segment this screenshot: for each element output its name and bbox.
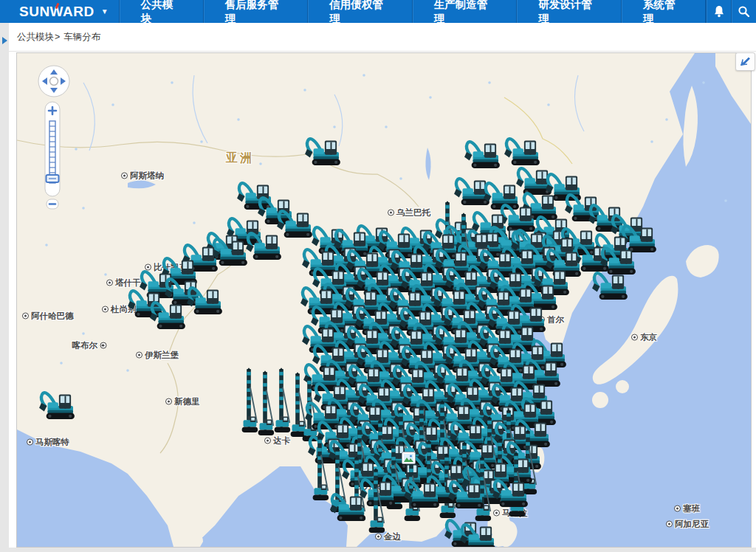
nav-menu: 公共模块售后服务管理信用债权管理生产制造管理研发设计管理系统管理 (119, 0, 706, 23)
nav-item[interactable]: 系统管理 (622, 0, 706, 23)
nav-item[interactable]: 公共模块 (120, 0, 204, 23)
excavator-marker[interactable] (237, 183, 272, 210)
excavator-marker[interactable] (305, 139, 340, 165)
excavator-marker[interactable] (300, 288, 336, 314)
nav-item[interactable]: 研发设计管理 (517, 0, 622, 23)
map-collapse-button[interactable] (735, 52, 755, 71)
photo-thumbnail-marker[interactable] (402, 452, 416, 464)
excavator-marker[interactable] (302, 249, 337, 276)
drill-rig-marker[interactable] (258, 370, 274, 435)
sunward-logo[interactable]: SUNWARD ▼ (0, 0, 119, 23)
pan-control[interactable] (38, 66, 69, 97)
machine-markers-layer (17, 53, 751, 547)
arrow-down-left-icon (740, 56, 751, 67)
notifications-button[interactable] (706, 0, 731, 23)
excavator-marker[interactable] (504, 139, 540, 165)
search-icon (738, 5, 750, 18)
excavator-marker[interactable] (454, 179, 489, 205)
drill-rig-marker[interactable] (275, 368, 290, 432)
zoom-out-button[interactable] (47, 199, 58, 209)
map-navigation-controls (27, 59, 72, 215)
chevron-down-icon: ▼ (101, 7, 109, 15)
nav-item[interactable]: 售后服务管理 (204, 0, 309, 23)
drill-rig-marker[interactable] (291, 372, 306, 437)
top-nav-bar: SUNWARD ▼ 公共模块售后服务管理信用债权管理生产制造管理研发设计管理系统… (0, 0, 756, 23)
excavator-marker[interactable] (464, 142, 500, 168)
excavator-marker[interactable] (592, 273, 628, 300)
nav-item[interactable]: 信用债权管理 (308, 0, 413, 23)
breadcrumb-module[interactable]: 公共模块 (17, 31, 54, 44)
excavator-marker[interactable] (516, 168, 551, 195)
zoom-slider-handle[interactable] (47, 175, 59, 182)
image-icon (404, 454, 413, 462)
excavator-marker[interactable] (39, 393, 75, 419)
breadcrumb-page: 车辆分布 (63, 31, 100, 44)
nav-item[interactable]: 生产制造管理 (413, 0, 518, 23)
map-canvas[interactable]: 亚洲 阿斯塔纳乌兰巴托比什凯克塔什干杜尚别阿什哈巴德喀布尔伊斯兰堡新德里马斯喀特… (16, 52, 752, 548)
excavator-marker[interactable] (484, 183, 519, 210)
breadcrumb: 公共模块 > 车辆分布 (9, 23, 756, 52)
zoom-slider (45, 102, 60, 209)
nav-right-icons (706, 0, 756, 23)
panel-collapse-arrow[interactable] (2, 37, 7, 44)
search-button[interactable] (731, 0, 756, 23)
drill-rig-marker[interactable] (242, 368, 258, 432)
breadcrumb-separator: > (55, 32, 60, 42)
content-panel: 公共模块 > 车辆分布 (9, 23, 756, 548)
bell-icon (713, 5, 725, 18)
